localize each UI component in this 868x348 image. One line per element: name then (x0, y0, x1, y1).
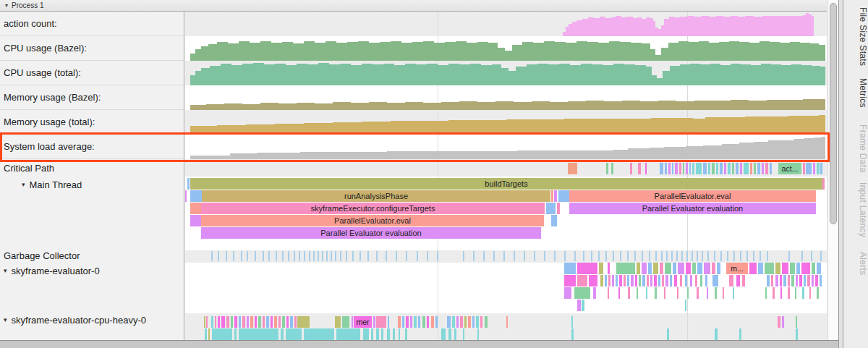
gc-event-bar[interactable] (544, 251, 545, 261)
evaluator-bar[interactable] (642, 275, 645, 287)
counter-chart[interactable] (185, 61, 827, 85)
evaluator-bar[interactable] (388, 316, 389, 328)
sidebar-tab-metrics[interactable]: Metrics (843, 78, 868, 108)
trace-span[interactable] (546, 203, 556, 214)
critical-path-bar[interactable] (692, 163, 694, 174)
gc-event-bar[interactable] (574, 251, 576, 261)
gc-event-bar[interactable] (427, 251, 428, 261)
gc-event-bar[interactable] (417, 251, 418, 261)
evaluator-bar[interactable] (599, 263, 603, 274)
counter-chart[interactable] (185, 135, 827, 159)
critical-path-bar[interactable] (806, 163, 812, 174)
trace-span[interactable] (190, 215, 201, 226)
evaluator-bar[interactable] (600, 275, 603, 287)
gc-event-bar[interactable] (681, 251, 683, 261)
gc-event-bar[interactable] (276, 251, 277, 261)
evaluator-bar[interactable] (422, 316, 425, 328)
evaluator-bar[interactable] (485, 316, 488, 328)
gc-event-bar[interactable] (226, 251, 227, 261)
evaluator-bar[interactable] (258, 316, 261, 328)
trace-span[interactable] (185, 190, 187, 202)
gc-event-bar[interactable] (692, 251, 693, 261)
gc-event-bar[interactable] (304, 251, 305, 261)
gc-event-bar[interactable] (322, 251, 323, 261)
evaluator-bar[interactable] (234, 316, 237, 328)
gc-event-bar[interactable] (294, 251, 295, 261)
gc-event-bar[interactable] (437, 251, 438, 261)
evaluator-bar[interactable] (707, 287, 708, 299)
evaluator-bar[interactable] (564, 275, 576, 287)
critical-path-bar[interactable] (672, 163, 673, 174)
evaluator-bar[interactable] (281, 328, 284, 340)
evaluator-bar[interactable] (647, 275, 649, 287)
evaluator-bar[interactable] (376, 316, 386, 328)
evaluator-bar[interactable] (773, 287, 775, 299)
evaluator-bar[interactable] (376, 328, 379, 340)
evaluator-bar[interactable] (294, 316, 297, 328)
critical-path-bar[interactable] (803, 163, 805, 174)
gc-event-bar[interactable] (493, 251, 495, 261)
gc-event-bar[interactable] (583, 251, 584, 261)
evaluator-bar[interactable] (767, 275, 770, 287)
gc-event-bar[interactable] (702, 251, 703, 261)
evaluator-bar[interactable] (577, 263, 597, 274)
evaluator-bar[interactable] (685, 275, 687, 287)
sidebar-tab-alerts[interactable]: Alerts (843, 252, 868, 275)
evaluator-bar[interactable] (247, 316, 249, 328)
gc-event-bar[interactable] (218, 251, 219, 261)
evaluator-bar[interactable] (697, 263, 702, 274)
evaluator-bar[interactable] (454, 328, 456, 340)
evaluator-bar[interactable] (605, 275, 607, 287)
evaluator-bar[interactable]: m... (726, 263, 748, 274)
gc-event-bar[interactable] (733, 251, 735, 261)
evaluator-bar[interactable] (405, 328, 407, 340)
evaluator-bar[interactable] (642, 263, 647, 274)
evaluator-bar[interactable] (212, 328, 232, 340)
evaluator-bar[interactable] (650, 275, 652, 287)
evaluator-bar[interactable] (692, 263, 696, 274)
evaluator-bar[interactable] (765, 287, 767, 299)
trace-span[interactable] (551, 190, 553, 202)
gc-event-bar[interactable] (503, 251, 505, 261)
evaluator-bar[interactable] (788, 275, 790, 287)
gc-event-bar[interactable] (268, 251, 270, 261)
critical-path-bar[interactable] (712, 163, 715, 174)
gc-event-bar[interactable] (613, 251, 614, 261)
evaluator-bar[interactable] (637, 287, 638, 299)
evaluator-bar[interactable] (242, 316, 245, 328)
trace-span[interactable]: ParallelEvaluator.eval (569, 190, 816, 202)
gc-event-bar[interactable] (396, 251, 397, 261)
evaluator-bar[interactable] (815, 275, 818, 287)
evaluator-bar[interactable] (342, 316, 349, 328)
evaluator-bar[interactable] (506, 316, 508, 328)
evaluator-bar[interactable] (418, 316, 420, 328)
evaluator-bar[interactable] (208, 328, 210, 340)
critical-path-bar[interactable] (765, 163, 768, 174)
trace-span[interactable]: ParallelEvaluator.eval (201, 215, 544, 226)
critical-path-bar[interactable] (728, 163, 731, 174)
vertical-scrollbar-thumb[interactable] (830, 3, 837, 224)
evaluator-bar[interactable] (654, 275, 657, 287)
gc-event-bar[interactable] (714, 251, 715, 261)
gc-event-bar[interactable] (309, 251, 310, 261)
trace-span[interactable] (187, 178, 190, 190)
evaluator-bar[interactable] (686, 263, 691, 274)
gc-event-bar[interactable] (661, 251, 663, 261)
evaluator-bar[interactable] (802, 287, 804, 299)
gc-event-bar[interactable] (720, 251, 722, 261)
evaluator-bar[interactable] (234, 328, 237, 340)
critical-path-bar[interactable] (696, 163, 702, 174)
evaluator-bar[interactable] (571, 328, 574, 340)
evaluator-bar[interactable] (685, 300, 686, 311)
evaluator-bar[interactable] (205, 328, 207, 340)
gc-event-bar[interactable] (666, 251, 668, 261)
critical-path-bar[interactable] (813, 163, 815, 174)
evaluator-bar[interactable] (608, 275, 610, 287)
evaluator-bar[interactable] (796, 275, 798, 287)
evaluator-bar[interactable] (381, 328, 383, 340)
critical-path-bar[interactable] (683, 163, 684, 174)
evaluator-bar[interactable] (616, 263, 635, 274)
evaluator-bar[interactable] (464, 316, 467, 328)
evaluator-bar[interactable] (674, 275, 677, 287)
evaluator-bar[interactable] (250, 316, 253, 328)
